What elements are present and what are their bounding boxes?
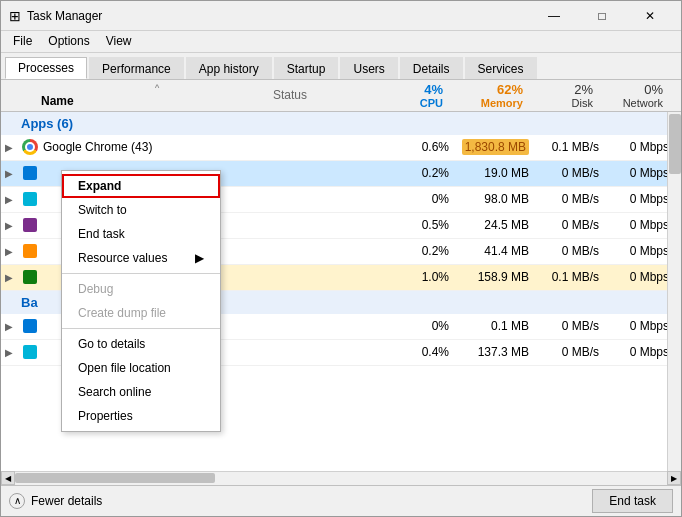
ctx-create-dump: Create dump file: [62, 301, 220, 325]
app-process-icon: [21, 190, 39, 208]
app-process-icon: [21, 317, 39, 335]
context-menu: Expand Switch to End task Resource value…: [61, 170, 221, 432]
menu-options[interactable]: Options: [40, 32, 97, 50]
col-cpu[interactable]: 4% CPU: [373, 82, 443, 109]
process-disk: 0 MB/s: [537, 244, 607, 258]
app-icon: ⊞: [9, 8, 21, 24]
expand-toggle[interactable]: ▶: [5, 194, 21, 205]
process-cpu: 0.6%: [387, 140, 457, 154]
horizontal-scrollbar[interactable]: ◀ ▶: [1, 471, 681, 485]
tab-processes[interactable]: Processes: [5, 57, 87, 79]
column-headers: ^ Name Status 4% CPU 62% Memory 2% Disk …: [1, 80, 681, 111]
expand-toggle[interactable]: ▶: [5, 246, 21, 257]
process-cpu: 0.2%: [387, 244, 457, 258]
app-process-icon: [21, 343, 39, 361]
col-network[interactable]: 0% Network: [593, 82, 663, 109]
maximize-button[interactable]: □: [579, 1, 625, 31]
table-row[interactable]: ▶ Google Chrome (43) 0.6% 1,830.8 MB 0.1…: [1, 135, 681, 161]
end-task-button[interactable]: End task: [592, 489, 673, 513]
col-status[interactable]: Status: [273, 88, 373, 102]
process-memory: 24.5 MB: [457, 218, 537, 232]
minimize-button[interactable]: —: [531, 1, 577, 31]
ctx-end-task[interactable]: End task: [62, 222, 220, 246]
context-menu-separator: [62, 273, 220, 274]
status-bar: ∧ Fewer details End task: [1, 485, 681, 516]
process-name: Google Chrome (43): [43, 140, 287, 154]
process-disk: 0 MB/s: [537, 319, 607, 333]
process-cpu: 0.5%: [387, 218, 457, 232]
expand-toggle[interactable]: ▶: [5, 347, 21, 358]
tab-startup[interactable]: Startup: [274, 57, 339, 79]
app-process-icon: [21, 164, 39, 182]
tab-services[interactable]: Services: [465, 57, 537, 79]
window-controls: — □ ✕: [531, 1, 673, 31]
process-cpu: 0.4%: [387, 345, 457, 359]
tab-bar: Processes Performance App history Startu…: [1, 53, 681, 81]
process-memory: 158.9 MB: [457, 270, 537, 284]
process-disk: 0 MB/s: [537, 345, 607, 359]
close-button[interactable]: ✕: [627, 1, 673, 31]
hscroll-right-button[interactable]: ▶: [667, 471, 681, 485]
expand-toggle[interactable]: ▶: [5, 272, 21, 283]
tab-details[interactable]: Details: [400, 57, 463, 79]
process-memory: 137.3 MB: [457, 345, 537, 359]
tab-app-history[interactable]: App history: [186, 57, 272, 79]
col-name[interactable]: ^ Name: [21, 83, 273, 108]
ctx-search-online[interactable]: Search online: [62, 380, 220, 404]
process-disk: 0.1 MB/s: [537, 140, 607, 154]
ctx-go-to-details[interactable]: Go to details: [62, 332, 220, 356]
context-menu-separator-2: [62, 328, 220, 329]
col-disk[interactable]: 2% Disk: [523, 82, 593, 109]
process-memory: 98.0 MB: [457, 192, 537, 206]
ctx-properties[interactable]: Properties: [62, 404, 220, 428]
ctx-open-file-location[interactable]: Open file location: [62, 356, 220, 380]
tab-performance[interactable]: Performance: [89, 57, 184, 79]
process-disk: 0.1 MB/s: [537, 270, 607, 284]
ctx-expand[interactable]: Expand: [62, 174, 220, 198]
process-cpu: 0.2%: [387, 166, 457, 180]
process-memory: 1,830.8 MB: [457, 140, 537, 154]
ctx-debug: Debug: [62, 277, 220, 301]
process-memory: 41.4 MB: [457, 244, 537, 258]
process-disk: 0 MB/s: [537, 166, 607, 180]
hscroll-left-button[interactable]: ◀: [1, 471, 15, 485]
expand-toggle[interactable]: ▶: [5, 142, 21, 153]
process-cpu: 1.0%: [387, 270, 457, 284]
ctx-resource-values[interactable]: Resource values ▶: [62, 246, 220, 270]
process-list: Apps (6) ▶ Google Chrome (43) 0.6% 1,830…: [1, 112, 681, 471]
menu-view[interactable]: View: [98, 32, 140, 50]
menu-bar: File Options View: [1, 31, 681, 53]
expand-toggle[interactable]: ▶: [5, 168, 21, 179]
expand-toggle[interactable]: ▶: [5, 220, 21, 231]
hscroll-track: [15, 472, 667, 484]
process-memory: 0.1 MB: [457, 319, 537, 333]
process-disk: 0 MB/s: [537, 218, 607, 232]
app-process-icon: [21, 268, 39, 286]
process-memory: 19.0 MB: [457, 166, 537, 180]
submenu-arrow-icon: ▶: [195, 251, 204, 265]
window-title: Task Manager: [27, 9, 531, 23]
title-bar: ⊞ Task Manager — □ ✕: [1, 1, 681, 31]
scrollbar-thumb[interactable]: [669, 114, 681, 174]
fewer-details-button[interactable]: ∧ Fewer details: [9, 493, 102, 509]
expand-toggle[interactable]: ▶: [5, 321, 21, 332]
hscroll-thumb[interactable]: [15, 473, 215, 483]
ctx-switch-to[interactable]: Switch to: [62, 198, 220, 222]
chevron-up-icon: ∧: [9, 493, 25, 509]
app-process-icon: [21, 216, 39, 234]
vertical-scrollbar[interactable]: [667, 112, 681, 471]
process-cpu: 0%: [387, 192, 457, 206]
menu-file[interactable]: File: [5, 32, 40, 50]
app-process-icon: [21, 242, 39, 260]
chrome-app-icon: [21, 138, 39, 156]
process-cpu: 0%: [387, 319, 457, 333]
tab-users[interactable]: Users: [340, 57, 397, 79]
col-memory[interactable]: 62% Memory: [443, 82, 523, 109]
process-disk: 0 MB/s: [537, 192, 607, 206]
section-apps: Apps (6): [1, 112, 681, 135]
